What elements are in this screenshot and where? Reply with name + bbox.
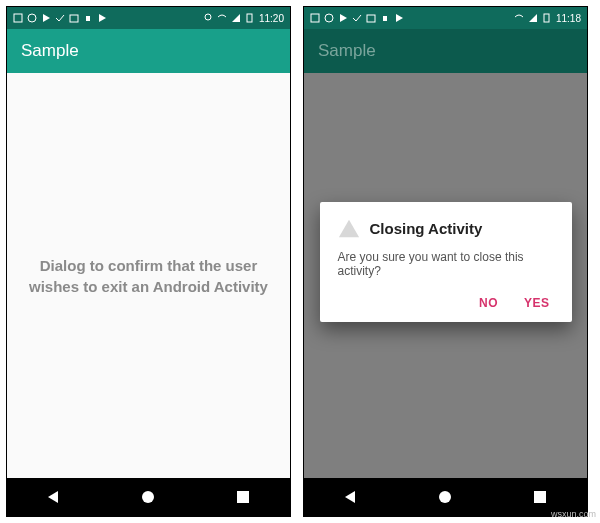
svg-rect-12 (311, 14, 319, 22)
recent-icon[interactable] (235, 489, 251, 505)
check-icon (352, 13, 362, 23)
circle-icon (324, 13, 334, 23)
svg-rect-16 (383, 16, 387, 21)
status-bar: 11:20 (7, 7, 290, 29)
body-text: Dialog to confirm that the user wishes t… (19, 255, 278, 297)
square-icon (310, 13, 320, 23)
home-icon[interactable] (437, 489, 453, 505)
svg-rect-19 (544, 14, 549, 22)
svg-marker-9 (48, 491, 58, 503)
back-icon[interactable] (46, 489, 62, 505)
svg-marker-14 (340, 14, 347, 22)
app-title: Sample (21, 41, 79, 61)
dialog-header: Closing Activity (338, 218, 554, 240)
svg-marker-18 (529, 14, 537, 22)
clock-text: 11:20 (259, 13, 284, 24)
app-bar: Sample (7, 29, 290, 73)
navigation-bar (304, 478, 587, 516)
phone-before: 11:20 Sample Dialog to confirm that the … (6, 6, 291, 517)
battery-icon (245, 13, 255, 23)
recent-icon[interactable] (532, 489, 548, 505)
play-icon (41, 13, 51, 23)
no-button[interactable]: NO (479, 296, 498, 310)
svg-rect-15 (367, 15, 375, 22)
svg-rect-8 (247, 14, 252, 22)
svg-rect-11 (237, 491, 249, 503)
circle-icon (27, 13, 37, 23)
signal-icon (528, 13, 538, 23)
svg-rect-22 (534, 491, 546, 503)
calendar-icon (366, 13, 376, 23)
warning-icon (338, 218, 360, 240)
app-title: Sample (318, 41, 376, 61)
navigation-bar (7, 478, 290, 516)
svg-marker-7 (232, 14, 240, 22)
svg-point-1 (28, 14, 36, 22)
play-icon (338, 13, 348, 23)
square-icon (13, 13, 23, 23)
clock-text: 11:18 (556, 13, 581, 24)
wifi-icon (217, 13, 227, 23)
confirm-dialog: Closing Activity Are you sure you want t… (320, 202, 572, 322)
status-right-icons: 11:18 (514, 13, 581, 24)
status-bar: 11:18 (304, 7, 587, 29)
calendar-icon (69, 13, 79, 23)
svg-rect-3 (70, 15, 78, 22)
dialog-title: Closing Activity (370, 220, 483, 237)
android-icon (83, 13, 93, 23)
status-left-icons (13, 13, 107, 23)
svg-marker-20 (345, 491, 355, 503)
activity-content[interactable]: Dialog to confirm that the user wishes t… (7, 73, 290, 478)
status-right-icons: 11:20 (203, 13, 284, 24)
signal-icon (231, 13, 241, 23)
location-icon (203, 13, 213, 23)
svg-point-13 (325, 14, 333, 22)
svg-point-6 (205, 14, 211, 20)
home-icon[interactable] (140, 489, 156, 505)
app-bar: Sample (304, 29, 587, 73)
android-icon (380, 13, 390, 23)
dialog-actions: NO YES (338, 296, 554, 314)
yes-button[interactable]: YES (524, 296, 550, 310)
phone-after: 11:18 Sample Dialog to confirm that the … (303, 6, 588, 517)
svg-marker-17 (396, 14, 403, 22)
store-icon (97, 13, 107, 23)
status-left-icons (310, 13, 404, 23)
dialog-message: Are you sure you want to close this acti… (338, 250, 554, 278)
back-icon[interactable] (343, 489, 359, 505)
svg-marker-5 (99, 14, 106, 22)
battery-icon (542, 13, 552, 23)
svg-point-10 (142, 491, 154, 503)
store-icon (394, 13, 404, 23)
svg-point-21 (439, 491, 451, 503)
check-icon (55, 13, 65, 23)
svg-rect-4 (86, 16, 90, 21)
svg-rect-0 (14, 14, 22, 22)
watermark: wsxun.com (551, 509, 596, 519)
svg-marker-2 (43, 14, 50, 22)
wifi-icon (514, 13, 524, 23)
